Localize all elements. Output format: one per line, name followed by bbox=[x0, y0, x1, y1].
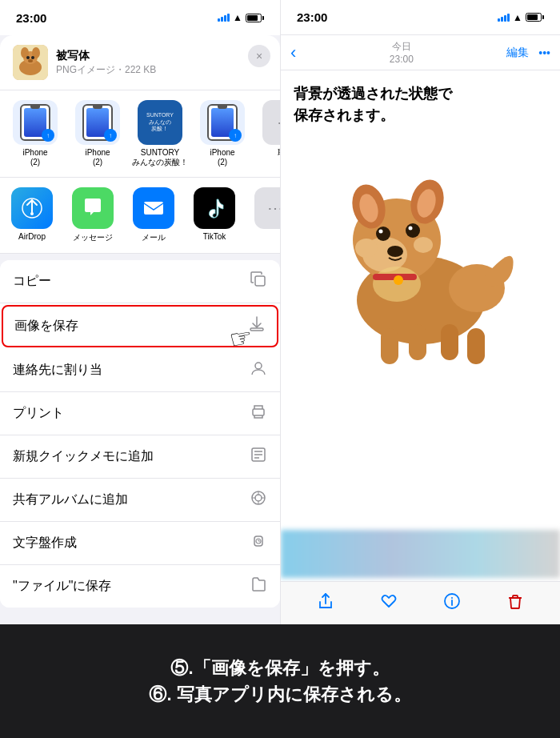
action-save-label: 画像を保存 bbox=[14, 318, 248, 335]
caption-line1: ⑤.「画像を保存」を押す。 bbox=[170, 655, 389, 681]
back-button[interactable]: ‹ bbox=[290, 42, 296, 63]
nav-more-button[interactable]: ••• bbox=[538, 46, 550, 59]
delete-toolbar-button[interactable] bbox=[506, 592, 524, 614]
mail-app-label: メール bbox=[142, 232, 166, 243]
status-time-left: 23:00 bbox=[16, 11, 46, 25]
action-save-image[interactable]: 画像を保存 ☞ bbox=[2, 305, 278, 347]
svg-rect-11 bbox=[255, 276, 265, 286]
app-item-airdrop[interactable]: AirDrop bbox=[6, 187, 58, 243]
airdrop-badge3: ↑ bbox=[229, 129, 242, 142]
right-content: 背景が透過された状態で保存されます。 bbox=[281, 70, 560, 389]
svg-point-32 bbox=[387, 246, 403, 257]
device-item-iphone3[interactable]: ↑ iPhone(2) bbox=[194, 100, 251, 167]
share-header-thumbnail bbox=[13, 45, 48, 80]
action-memo[interactable]: 新規クイックメモに追加 bbox=[0, 435, 280, 479]
action-memo-label: 新規クイックメモに追加 bbox=[13, 448, 250, 465]
svg-rect-34 bbox=[409, 324, 426, 360]
device-label-iphone3: iPhone(2) bbox=[210, 148, 234, 167]
right-panel: 23:00 ▲ bbox=[280, 0, 560, 624]
svg-point-40 bbox=[355, 239, 378, 258]
device-icon-more: ⋯ bbox=[262, 100, 280, 145]
action-watch-label: 文字盤作成 bbox=[13, 535, 250, 551]
share-subtitle: PNGイメージ・222 KB bbox=[56, 63, 156, 77]
device-label-iphone1: iPhone(2) bbox=[22, 148, 47, 167]
share-toolbar-button[interactable] bbox=[317, 592, 334, 614]
description-text: 背景が透過された状態で保存されます。 bbox=[294, 83, 547, 126]
airdrop-badge2: ↑ bbox=[104, 129, 117, 142]
share-title: 被写体 bbox=[56, 49, 156, 63]
nav-edit-button[interactable]: 編集 bbox=[506, 46, 529, 60]
device-item-iphone2[interactable]: ↑ iPhone(2) bbox=[69, 100, 126, 167]
save-icon bbox=[248, 315, 266, 337]
app-item-more-apps[interactable]: ⋯ bbox=[250, 187, 280, 243]
action-print-label: プリント bbox=[13, 405, 250, 422]
app-item-mail[interactable]: メール bbox=[128, 187, 179, 243]
print-icon bbox=[250, 403, 267, 424]
svg-point-5 bbox=[26, 56, 30, 59]
action-album[interactable]: 共有アルバムに追加 bbox=[0, 479, 280, 522]
device-label-iphone2: iPhone(2) bbox=[85, 148, 110, 167]
nav-bar-right: ‹ 今日 23:00 編集 ••• bbox=[281, 35, 560, 70]
action-files-label: "ファイル"に保存 bbox=[13, 578, 250, 595]
svg-point-43 bbox=[451, 597, 453, 599]
device-icon-iphone2: ↑ bbox=[75, 100, 120, 145]
nav-time: 23:00 bbox=[390, 54, 414, 65]
signal-right-icon bbox=[498, 14, 510, 22]
wifi-right-icon: ▲ bbox=[513, 12, 522, 23]
svg-point-9 bbox=[30, 212, 34, 215]
share-close-button[interactable]: × bbox=[248, 45, 270, 67]
action-files[interactable]: "ファイル"に保存 bbox=[0, 565, 280, 608]
nav-date: 今日 bbox=[390, 40, 414, 54]
messages-app-label: メッセージ bbox=[73, 232, 113, 243]
device-icon-iphone1: ↑ bbox=[13, 100, 58, 145]
svg-rect-12 bbox=[250, 328, 263, 331]
svg-point-30 bbox=[406, 223, 420, 238]
share-header: 被写体 PNGイメージ・222 KB × bbox=[0, 35, 280, 90]
svg-point-17 bbox=[255, 495, 262, 501]
device-item-iphone1[interactable]: ↑ iPhone(2) bbox=[6, 100, 64, 167]
dog-svg bbox=[309, 144, 533, 368]
svg-rect-14 bbox=[253, 409, 264, 415]
svg-rect-33 bbox=[381, 328, 398, 364]
action-copy-label: コピー bbox=[13, 273, 250, 290]
thumbnail-strip bbox=[281, 530, 560, 578]
svg-point-31 bbox=[408, 227, 412, 231]
wifi-icon: ▲ bbox=[233, 12, 242, 23]
caption-area: ⑤.「画像を保存」を押す。 ⑥. 写真アプリ内に保存される。 bbox=[0, 624, 560, 738]
heart-toolbar-button[interactable] bbox=[380, 592, 398, 614]
messages-app-icon bbox=[72, 187, 114, 229]
tiktok-app-icon bbox=[194, 187, 235, 229]
action-print[interactable]: プリント bbox=[0, 392, 280, 435]
tiktok-app-label: TikTok bbox=[203, 232, 226, 241]
more-apps-icon: ⋯ bbox=[254, 187, 280, 229]
share-header-text: 被写体 PNGイメージ・222 KB bbox=[56, 49, 156, 77]
action-list: コピー 画像を保存 ☞ 連絡先に割り当 bbox=[0, 260, 280, 608]
watch-icon bbox=[250, 532, 267, 554]
caption-line2: ⑥. 写真アプリ内に保存される。 bbox=[149, 681, 410, 708]
battery-right-icon bbox=[526, 13, 544, 22]
bottom-toolbar bbox=[281, 581, 560, 624]
left-panel: 23:00 ▲ bbox=[0, 0, 280, 624]
app-item-tiktok[interactable]: TikTok bbox=[189, 187, 240, 243]
svg-point-41 bbox=[414, 237, 433, 253]
svg-rect-36 bbox=[467, 328, 485, 364]
copy-icon bbox=[250, 271, 267, 292]
device-item-suntory[interactable]: SUNTORYみんなの炭酸！ SUNTORYみんなの炭酸！ bbox=[131, 100, 189, 167]
airdrop-app-icon bbox=[11, 187, 53, 229]
contact-icon bbox=[250, 359, 267, 381]
app-item-messages[interactable]: メッセージ bbox=[67, 187, 118, 243]
nav-right-buttons: 編集 ••• bbox=[506, 46, 550, 60]
action-copy[interactable]: コピー bbox=[0, 260, 280, 303]
device-icon-iphone3: ↑ bbox=[200, 100, 245, 145]
info-toolbar-button[interactable] bbox=[443, 592, 461, 614]
action-contact[interactable]: 連絡先に割り当 bbox=[0, 349, 280, 392]
action-watch[interactable]: 文字盤作成 bbox=[0, 522, 280, 565]
svg-point-7 bbox=[28, 59, 33, 62]
device-item-more[interactable]: ⋯ 取... bbox=[256, 100, 280, 167]
devices-row: ↑ iPhone(2) ↑ bbox=[0, 90, 280, 178]
memo-icon bbox=[250, 446, 267, 467]
svg-point-29 bbox=[378, 230, 382, 234]
device-label-suntory: SUNTORYみんなの炭酸！ bbox=[132, 148, 188, 167]
mail-app-icon bbox=[133, 187, 174, 229]
dog-image-area bbox=[294, 136, 547, 376]
